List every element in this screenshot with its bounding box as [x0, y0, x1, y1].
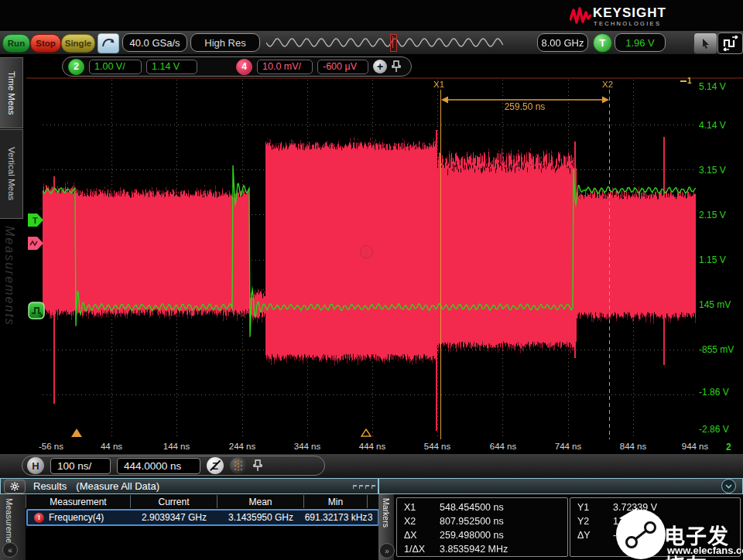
marker-inv-dx-label: 1/ΔX: [397, 544, 440, 555]
acquisition-mode-field[interactable]: High Res: [190, 33, 260, 52]
channel4-scale-field[interactable]: 10.0 mV/: [257, 60, 313, 74]
column-header-mean[interactable]: Mean: [217, 495, 304, 508]
waveform-display[interactable]: [43, 80, 696, 439]
tab-time-meas[interactable]: Time Meas: [0, 57, 23, 128]
markers-title-bar: [378, 478, 743, 494]
svg-text:T: T: [33, 216, 38, 225]
waveform-arrows-icon: [721, 36, 740, 51]
measurement-name: Frequency(4): [49, 512, 104, 523]
cursor-x2-line[interactable]: [609, 90, 610, 439]
y-axis-label: 1.15 V: [699, 254, 742, 265]
channel2-offset-field[interactable]: 1.14 V: [146, 60, 197, 74]
alert-icon: !: [34, 513, 44, 523]
add-channel-button[interactable]: +: [373, 60, 387, 73]
brand-title: KEYSIGHT: [593, 5, 666, 21]
results-table-header: Measurement Current Mean Min: [26, 495, 379, 508]
y-axis-label: 145 mV: [699, 299, 742, 310]
cursor-x1-line[interactable]: [440, 90, 441, 439]
stop-button[interactable]: Stop: [30, 34, 61, 53]
pointer-icon: [701, 38, 710, 49]
zoom-button[interactable]: Z: [207, 457, 224, 474]
cursor-x1-label: X1: [433, 80, 444, 89]
intensity-dots-icon: [233, 459, 244, 472]
pointer-mode-button[interactable]: [693, 32, 717, 54]
channel4-badge[interactable]: 4: [236, 59, 252, 75]
marker-inv-dx-value: 3.8535942 MHz: [440, 544, 508, 555]
marker-y2-label: Y2: [570, 516, 613, 527]
column-header-min[interactable]: Min: [304, 495, 368, 508]
y-axis-label: -2.86 V: [699, 424, 742, 435]
column-header-current[interactable]: Current: [131, 495, 217, 508]
trigger-badge[interactable]: T: [593, 33, 612, 53]
marker-x2-label: X2: [397, 516, 440, 527]
corner-marker: 1: [680, 77, 692, 85]
pin-icon[interactable]: [392, 60, 401, 73]
intensity-button[interactable]: [230, 457, 247, 474]
run-button[interactable]: Run: [2, 34, 30, 53]
touch-button[interactable]: [98, 33, 119, 53]
autoscale-button[interactable]: [717, 32, 743, 54]
plot-top-border: [26, 77, 743, 79]
y-axis-label: -855 mV: [699, 344, 742, 355]
y-axis-label: -1.86 V: [699, 387, 742, 398]
delay-field[interactable]: 444.0000 ns: [117, 458, 200, 474]
x-axis-label: 44 ns: [88, 442, 135, 451]
results-title: Results: [33, 480, 67, 492]
pin-icon[interactable]: [253, 459, 262, 472]
trigger-level-field[interactable]: 1.96 V: [615, 33, 666, 52]
x-axis-channel-badge: 2: [726, 442, 731, 452]
trigger-level-marker[interactable]: T: [28, 213, 44, 227]
x-axis-label: 344 ns: [284, 442, 330, 451]
y-axis-label: 5.14 V: [699, 81, 742, 92]
x-axis-label: 844 ns: [610, 442, 656, 451]
horizontal-badge[interactable]: H: [27, 457, 44, 474]
marker-x1-value: 548.454500 ns: [440, 502, 504, 513]
panel-resize-grip[interactable]: [353, 485, 382, 489]
channel4-offset-field[interactable]: -600 µV: [317, 60, 368, 74]
cursor-x2-label: X2: [602, 80, 613, 89]
column-header-measurement[interactable]: Measurement: [26, 495, 131, 508]
collapse-results-button[interactable]: «: [2, 542, 18, 558]
bandwidth-field[interactable]: 8.00 GHz: [537, 33, 588, 52]
x-axis-label: -56 ns: [28, 442, 74, 451]
marker-dx-value: 259.498000 ns: [440, 530, 504, 541]
channel4-ground-marker[interactable]: [28, 237, 44, 250]
channel2-badge[interactable]: 2: [68, 59, 84, 75]
measurement-min: 691.32173 kHz: [304, 512, 368, 523]
results-row-frequency[interactable]: ! Frequency(4) 2.9039347 GHz 3.1435950 G…: [26, 509, 379, 526]
x-axis-label: 944 ns: [672, 442, 718, 451]
expand-markers-button[interactable]: »: [379, 543, 395, 558]
x-axis-label: 144 ns: [153, 442, 200, 451]
bookmark-callout[interactable]: 1: [360, 245, 373, 258]
x-axis-label: 544 ns: [414, 442, 461, 451]
marker-x2-value: 807.952500 ns: [440, 516, 504, 527]
x-axis-label: 244 ns: [219, 442, 265, 451]
tab-vertical-meas[interactable]: Vertical Meas: [0, 129, 23, 219]
results-settings-button[interactable]: [4, 480, 26, 493]
timebase-field[interactable]: 100 ns/: [50, 458, 111, 474]
results-title-bar: Results (Measure All Data): [0, 478, 378, 494]
horizontal-reference-marker[interactable]: [71, 429, 82, 437]
watermark-url: www.elecfans.com: [667, 545, 743, 556]
sample-rate-field[interactable]: 40.0 GSa/s: [122, 33, 187, 52]
measurement-current: 2.9039347 GHz: [131, 512, 217, 523]
marker-x1-label: X1: [397, 502, 440, 513]
marker-y1-label: Y1: [570, 502, 613, 513]
memory-bar-trigger-marker: [390, 34, 397, 52]
chevron-down-icon: [725, 484, 732, 489]
measurements-ghost-label: Measurements: [2, 226, 16, 326]
markers-x-readouts: X1548.454500 ns X2807.952500 ns ΔX259.49…: [396, 497, 568, 557]
x-axis-label: 744 ns: [545, 442, 591, 451]
collapse-panel-button[interactable]: [721, 479, 736, 493]
oscilloscope-app: KEYSIGHT TECHNOLOGIES Run Stop Single 40…: [0, 0, 743, 560]
y-axis-label: 3.15 V: [699, 165, 742, 176]
keysight-spark-icon: [570, 7, 591, 26]
x-axis-label: 644 ns: [480, 442, 526, 451]
marker-dy-label: ΔY: [570, 530, 613, 541]
channel2-scale-field[interactable]: 1.00 V/: [89, 60, 142, 74]
results-side-label: Measureme: [5, 498, 14, 543]
delay-reference-marker[interactable]: [361, 429, 372, 437]
channel2-ground-marker[interactable]: [28, 302, 45, 319]
y-axis-label: 4.14 V: [699, 120, 742, 131]
single-button[interactable]: Single: [61, 34, 95, 53]
